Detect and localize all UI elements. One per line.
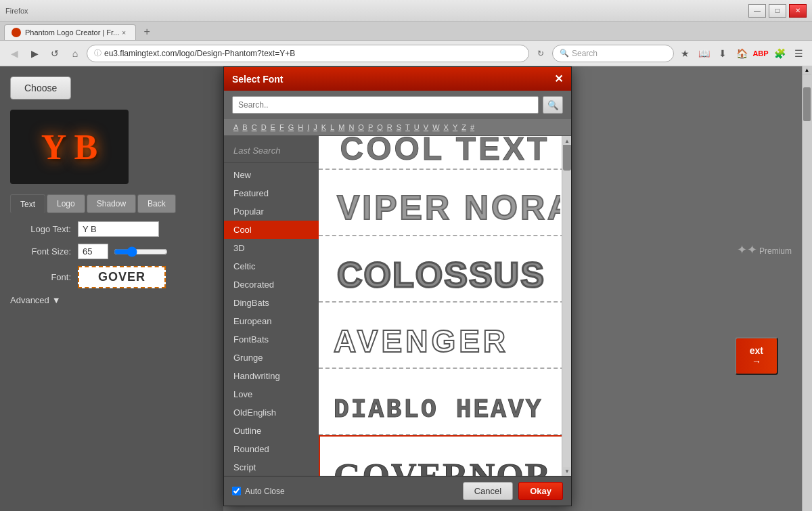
modal-close-button[interactable]: ✕ [554,72,563,85]
alpha-C[interactable]: C [250,123,258,132]
category-script[interactable]: Script [224,458,319,476]
logo-text-row: Logo Text: [10,221,213,237]
category-handwriting[interactable]: Handwriting [224,367,319,385]
svg-text:AVENGER: AVENGER [334,324,509,359]
category-new[interactable]: New [224,166,319,184]
alpha-D[interactable]: D [260,123,268,132]
cancel-button[interactable]: Cancel [463,482,513,500]
category-love[interactable]: Love [224,385,319,403]
new-tab-button[interactable]: + [139,24,155,40]
alpha-T[interactable]: T [404,123,411,132]
category-celtic[interactable]: Celtic [224,257,319,275]
alpha-V[interactable]: V [422,123,430,132]
download-icon[interactable]: ⬇ [715,45,731,62]
alpha-N[interactable]: N [347,123,355,132]
tab-back[interactable]: Back [137,194,176,213]
font-sample-partial[interactable]: COOL TEXT [319,136,571,170]
alpha-J[interactable]: J [312,123,319,132]
page-scroll-thumb[interactable] [803,87,811,121]
forward-button[interactable]: ▶ [26,45,43,62]
font-size-input[interactable] [78,244,108,259]
font-sample-colossus[interactable]: COLOSSUS [319,236,571,303]
alpha-L[interactable]: L [329,123,336,132]
alpha-F[interactable]: F [278,123,286,132]
category-european[interactable]: European [224,312,319,330]
category-last-search[interactable]: Last Search [224,141,319,160]
scrollbar-thumb[interactable] [563,143,571,171]
alpha-R[interactable]: R [386,123,394,132]
alpha-E[interactable]: E [269,123,277,132]
category-featured[interactable]: Featured [224,184,319,202]
font-size-slider[interactable] [114,246,168,257]
tab-close-button[interactable]: × [119,28,129,37]
alpha-W[interactable]: W [431,123,441,132]
font-search-input[interactable] [232,96,539,114]
category-popular[interactable]: Popular [224,202,319,221]
next-button[interactable]: ext → [735,337,778,375]
font-sample-viper[interactable]: VIPER NORA [319,170,571,236]
alpha-H[interactable]: H [296,123,304,132]
category-outline[interactable]: Outline [224,422,319,440]
bookmark-icon[interactable]: ★ [677,45,693,62]
page-scroll-up[interactable]: ▲ [803,66,811,74]
tab-text[interactable]: Text [10,194,45,213]
alpha-Z[interactable]: Z [460,123,468,132]
extensions-icon[interactable]: 🧩 [771,45,788,62]
browser-search-bar[interactable]: 🔍 Search [552,45,674,62]
choose-button[interactable]: Choose [10,76,71,99]
auto-close-checkbox[interactable] [232,487,241,495]
tab-shadow[interactable]: Shadow [87,194,136,213]
font-search-button[interactable]: 🔍 [543,96,563,114]
alpha-M[interactable]: M [337,123,346,132]
alpha-Q[interactable]: Q [376,123,384,132]
alpha-G[interactable]: G [287,123,296,132]
category-cool[interactable]: Cool [224,221,319,239]
close-window-button[interactable]: ✕ [789,4,807,18]
menu-icon[interactable]: ☰ [790,45,807,62]
maximize-button[interactable]: □ [769,4,786,18]
alpha-hash[interactable]: # [469,123,476,132]
adblock-icon[interactable]: ABP [752,45,769,62]
alpha-U[interactable]: U [413,123,421,132]
tab-logo[interactable]: Logo [47,194,85,213]
alpha-O[interactable]: O [357,123,365,132]
scroll-up-button[interactable]: ▲ [563,137,571,145]
alpha-P[interactable]: P [367,123,374,132]
okay-button[interactable]: Okay [518,482,563,500]
advanced-button[interactable]: Advanced ▼ [10,295,213,305]
font-samples-scrollbar[interactable]: ▲ ▼ [562,136,571,476]
font-preview-button[interactable]: GOVER [78,266,166,288]
alpha-A[interactable]: A [232,123,240,132]
logo-text-input[interactable] [78,221,159,237]
alpha-I[interactable]: I [306,123,311,132]
reload-button[interactable]: ↻ [532,45,549,62]
editor-tabs: Text Logo Shadow Back [10,194,213,213]
category-grunge[interactable]: Grunge [224,349,319,367]
home-button[interactable]: ⌂ [66,45,84,62]
alpha-K[interactable]: K [320,123,328,132]
font-sample-governor[interactable]: GOVERNOR [319,435,571,476]
active-tab[interactable]: Phantom Logo Creator | Fr... × [4,24,136,40]
category-3d[interactable]: 3D [224,239,319,257]
category-decorated[interactable]: Decorated [224,275,319,294]
alpha-S[interactable]: S [395,123,403,132]
back-button[interactable]: ◀ [5,45,23,62]
scroll-down-button[interactable]: ▼ [563,467,571,475]
home-nav-icon[interactable]: 🏠 [734,45,750,62]
page-scrollbar[interactable]: ▲ ▼ [802,66,812,511]
font-sample-diablo[interactable]: DIABLO HEAVY [319,369,571,435]
font-sample-avenger[interactable]: AVENGER [319,303,571,369]
alpha-B[interactable]: B [241,123,248,132]
alpha-X[interactable]: X [443,123,450,132]
address-bar[interactable]: ⓘ eu3.flamingtext.com/logo/Design-Phanto… [87,45,529,62]
category-rounded[interactable]: Rounded [224,440,319,458]
refresh-button[interactable]: ↺ [46,45,64,62]
category-dingbats[interactable]: DingBats [224,294,319,312]
reading-mode-icon[interactable]: 📖 [696,45,712,62]
category-oldenglish[interactable]: OldEnglish [224,403,319,422]
premium-stars-icon: ✦✦ [737,243,757,257]
category-fontbats[interactable]: FontBats [224,330,319,349]
minimize-button[interactable]: — [748,4,766,18]
governor-svg: GOVERNOR [330,442,560,476]
alpha-Y[interactable]: Y [451,123,459,132]
